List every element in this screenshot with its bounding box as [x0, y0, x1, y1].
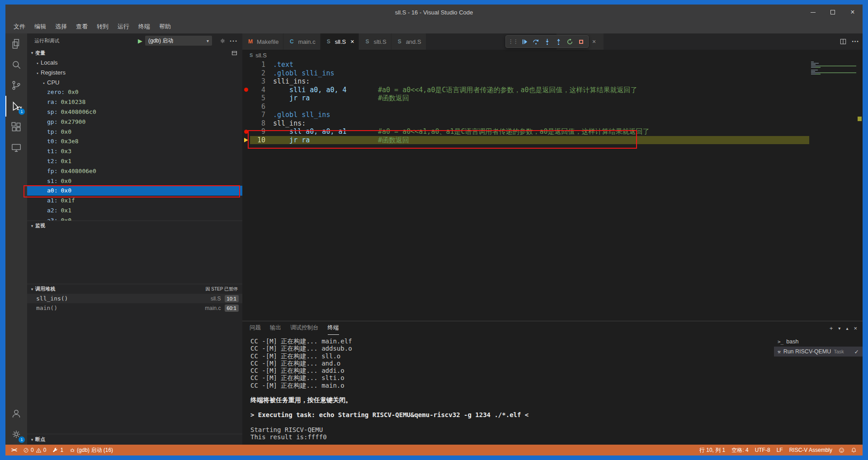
account-button[interactable]: [5, 403, 27, 424]
debug-config-dropdown[interactable]: (gdb) 启动 ▾: [145, 36, 212, 46]
code-line-5[interactable]: 5 jr ra#函数返回: [242, 94, 809, 103]
stack-frame-main[interactable]: main()main.c60:1: [27, 303, 242, 313]
register-row-fp[interactable]: fp:0x408006e0: [27, 166, 242, 176]
minimap[interactable]: [811, 61, 856, 75]
eol-indicator[interactable]: LF: [774, 445, 786, 455]
sidebar-item-explorer[interactable]: [5, 33, 27, 54]
restart-button[interactable]: [564, 36, 575, 47]
notifications-button[interactable]: [848, 445, 860, 455]
menu-文件[interactable]: 文件: [9, 20, 30, 33]
running-tasks-indicator[interactable]: 1: [49, 445, 66, 455]
chevron-down-icon[interactable]: ▾: [838, 326, 840, 331]
menu-编辑[interactable]: 编辑: [30, 20, 51, 33]
more-actions-icon[interactable]: ···: [852, 38, 859, 46]
register-row-zero[interactable]: zero:0x0: [27, 87, 242, 97]
menu-帮助[interactable]: 帮助: [155, 20, 175, 33]
new-terminal-icon[interactable]: +: [830, 325, 833, 332]
code-line-8[interactable]: 8sll_ins:: [242, 119, 809, 128]
remote-indicator[interactable]: ><: [8, 445, 20, 455]
breakpoint-gutter[interactable]: [242, 77, 250, 86]
breakpoint-gutter[interactable]: [242, 61, 250, 69]
breakpoint-gutter[interactable]: [242, 94, 250, 103]
tree-group-CPU[interactable]: ▾CPU: [27, 78, 242, 88]
breakpoint-gutter[interactable]: [242, 86, 250, 94]
variables-section-header[interactable]: ▾ 变量: [27, 48, 242, 58]
start-debug-button[interactable]: ▶: [138, 38, 142, 44]
menu-转到[interactable]: 转到: [92, 20, 113, 33]
breakpoints-section-header[interactable]: ▾ 断点: [27, 434, 242, 445]
step-over-button[interactable]: [530, 36, 541, 47]
encoding-indicator[interactable]: UTF-8: [752, 445, 774, 455]
more-actions-icon[interactable]: ···: [230, 37, 238, 45]
tree-group-Registers[interactable]: ▾Registers: [27, 68, 242, 78]
menu-运行[interactable]: 运行: [113, 20, 134, 33]
code-editor[interactable]: 1.text2.globl slli_ins3slli_ins:4 slli a…: [242, 61, 809, 144]
code-line-4[interactable]: 4 slli a0, a0, 4#a0 = a0<<4,a0是C语言调用者传递的…: [242, 86, 809, 94]
terminal-list-item-Run-RISCV-QEMU[interactable]: ⚒Run RISCV-QEMUTask✓: [774, 347, 863, 357]
register-row-t1[interactable]: t1:0x3: [27, 146, 242, 156]
code-line-10[interactable]: 10 jr ra#函数返回: [242, 136, 809, 145]
panel-tab-输出[interactable]: 输出: [270, 321, 281, 335]
register-row-a3[interactable]: a3:0x0: [27, 216, 242, 221]
debug-session-indicator[interactable]: (gdb) 启动 (16): [66, 445, 116, 455]
code-line-1[interactable]: 1.text: [242, 61, 809, 69]
continue-button[interactable]: [519, 36, 530, 47]
collapse-variables-icon[interactable]: [232, 51, 237, 55]
split-editor-icon[interactable]: [840, 38, 846, 45]
breakpoint-gutter[interactable]: [242, 136, 250, 145]
panel-tab-问题[interactable]: 问题: [250, 321, 261, 335]
code-line-7[interactable]: 7.globl sll_ins: [242, 111, 809, 119]
sidebar-item-source-control[interactable]: [5, 75, 27, 96]
settings-button[interactable]: 1: [5, 424, 27, 445]
panel-tab-终端[interactable]: 终端: [328, 321, 339, 335]
maximize-button[interactable]: [823, 5, 843, 20]
register-row-t0[interactable]: t0:0x3e8: [27, 136, 242, 146]
code-line-3[interactable]: 3slli_ins:: [242, 77, 809, 86]
sidebar-item-run-and-debug[interactable]: 1: [5, 96, 27, 117]
menu-终端[interactable]: 终端: [134, 20, 155, 33]
minimize-button[interactable]: [803, 5, 823, 20]
breakpoint-gutter[interactable]: [242, 111, 250, 119]
code-editor-area[interactable]: 1.text2.globl slli_ins3slli_ins:4 slli a…: [242, 61, 863, 321]
code-line-6[interactable]: 6: [242, 103, 809, 111]
drag-handle[interactable]: ⋮⋮: [508, 36, 519, 47]
sidebar-item-remote-explorer[interactable]: [5, 137, 27, 158]
step-into-button[interactable]: [542, 36, 552, 47]
cursor-position-indicator[interactable]: 行 10, 列 1: [696, 445, 728, 455]
panel-tab-调试控制台[interactable]: 调试控制台: [290, 321, 319, 335]
register-row-s1[interactable]: s1:0x0: [27, 176, 242, 186]
stop-button[interactable]: [576, 36, 586, 47]
register-row-ra[interactable]: ra:0x10238: [27, 97, 242, 107]
code-line-9[interactable]: 9 sll a0, a0, a1#a0 = a0<<a1,a0、a1是C语言调用…: [242, 127, 809, 136]
register-row-sp[interactable]: sp:0x408006c0: [27, 107, 242, 117]
tab-slti.S[interactable]: Sslti.S: [359, 33, 391, 50]
close-button[interactable]: ×: [843, 5, 863, 20]
register-row-gp[interactable]: gp:0x27900: [27, 117, 242, 127]
tree-group-Locals[interactable]: ▾Locals: [27, 58, 242, 68]
register-row-a0[interactable]: a0:0x0: [27, 186, 242, 196]
register-row-tp[interactable]: tp:0x0: [27, 127, 242, 137]
menu-选择[interactable]: 选择: [51, 20, 71, 33]
watch-section-header[interactable]: ▾ 监视: [27, 221, 242, 230]
close-panel-icon[interactable]: ×: [854, 325, 857, 332]
breakpoint-gutter[interactable]: [242, 127, 250, 136]
step-out-button[interactable]: [553, 36, 564, 47]
breakpoint-gutter[interactable]: [242, 69, 250, 78]
tab-and.S[interactable]: Sand.S: [392, 33, 426, 50]
sidebar-item-search[interactable]: [5, 54, 27, 75]
maximize-panel-icon[interactable]: ▴: [846, 326, 848, 331]
close-icon[interactable]: ×: [592, 38, 596, 45]
feedback-button[interactable]: [835, 445, 848, 455]
sidebar-item-extensions[interactable]: [5, 117, 27, 137]
code-line-2[interactable]: 2.globl slli_ins: [242, 69, 809, 78]
tab-Makefile[interactable]: MMakefile: [242, 33, 283, 50]
breakpoint-gutter[interactable]: [242, 119, 250, 128]
debug-settings-gear-icon[interactable]: [219, 38, 226, 44]
breakpoint-gutter[interactable]: [242, 103, 250, 111]
breakpoint-dot[interactable]: [244, 88, 248, 92]
menu-查看[interactable]: 查看: [71, 20, 92, 33]
stack-frame-sll_ins[interactable]: sll_ins()sll.S10:1: [27, 294, 242, 303]
register-row-a2[interactable]: a2:0x1: [27, 206, 242, 216]
problems-indicator[interactable]: 0 0: [20, 445, 49, 455]
register-row-t2[interactable]: t2:0x1: [27, 156, 242, 166]
